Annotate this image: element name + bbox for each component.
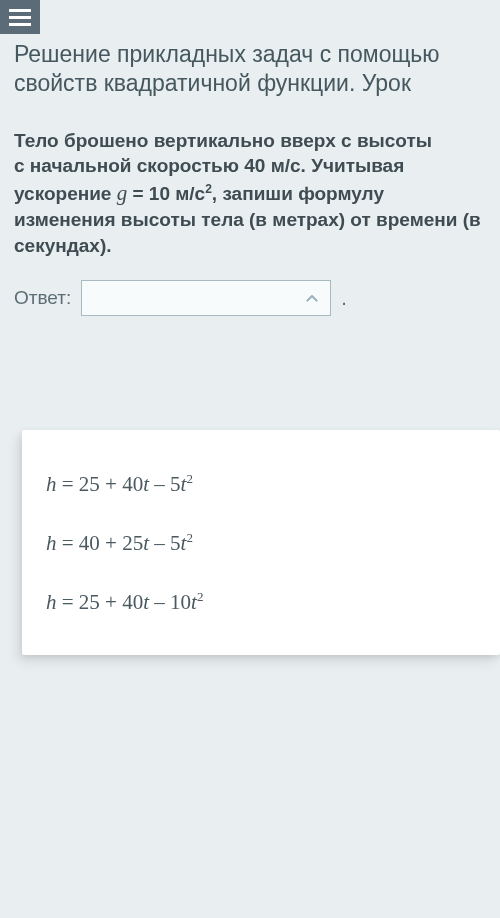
problem-line3b: = 10 м/с [127,183,205,204]
opt-eq: = 25 + 40 [57,472,144,496]
opt-sup: 2 [186,471,193,486]
opt-eq: = 25 + 40 [57,590,144,614]
problem-line3c: , запиши формулу [212,183,384,204]
opt-sup: 2 [197,589,204,604]
problem-line2: с начальной скоростью 40 м/с. Учитывая [14,155,404,176]
dropdown-option[interactable]: h = 25 + 40t – 10t2 [22,572,500,631]
dropdown-option[interactable]: h = 25 + 40t – 5t2 [22,454,500,513]
problem-line5: секундах). [14,235,112,256]
problem-sup: 2 [205,181,212,195]
problem-line4: изменения высоты тела (в метрах) от врем… [14,209,481,230]
opt-mid: – 5 [149,531,181,555]
hamburger-menu-button[interactable] [0,0,40,34]
answer-label: Ответ: [14,287,71,309]
chevron-up-icon [294,281,330,315]
answer-dropdown[interactable] [81,280,331,316]
problem-line1: Тело брошено вертикально вверх с высоты [14,130,432,151]
answer-period: . [341,287,347,310]
problem-text: Тело брошено вертикально вверх с высоты … [0,98,500,259]
answer-row: Ответ: . [0,258,500,316]
opt-h: h [46,531,57,555]
opt-h: h [46,472,57,496]
problem-g-var: g [117,181,128,205]
opt-mid: – 10 [149,590,191,614]
page-title-block: Решение прикладных задач с помощью свойс… [0,0,500,98]
opt-mid: – 5 [149,472,181,496]
opt-eq: = 40 + 25 [57,531,144,555]
dropdown-options-panel: h = 25 + 40t – 5t2 h = 40 + 25t – 5t2 h … [22,430,500,655]
opt-sup: 2 [186,530,193,545]
dropdown-option[interactable]: h = 40 + 25t – 5t2 [22,513,500,572]
page-title: Решение прикладных задач с помощью свойс… [14,40,486,98]
problem-line3a: ускорение [14,183,117,204]
opt-h: h [46,590,57,614]
app-root: Решение прикладных задач с помощью свойс… [0,0,500,918]
